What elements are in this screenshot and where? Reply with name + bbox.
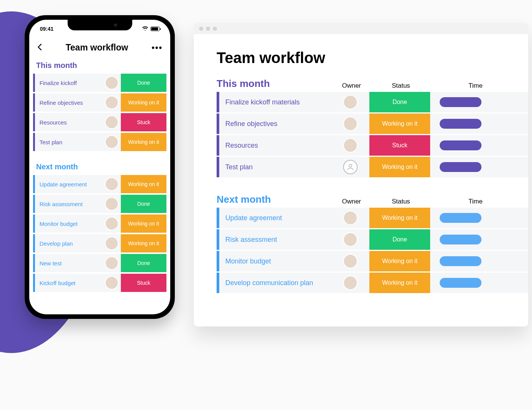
status-cell[interactable]: Stuck [121,113,166,131]
owner-avatar[interactable] [105,197,119,211]
column-header-status: Status [369,198,433,205]
phone-page-title: Team workflow [66,43,128,53]
task-name: Risk assessment [219,236,333,244]
timeline-bar[interactable] [440,97,481,107]
status-cell[interactable]: Working on it [121,93,166,112]
owner-avatar[interactable] [105,276,119,290]
owner-avatar[interactable] [343,232,358,247]
task-row[interactable]: New testDone [33,254,166,272]
timeline-bar[interactable] [440,119,481,129]
phone-mockup: 09:41 Team workflow ••• This monthFinali… [25,15,175,319]
timeline-bar[interactable] [440,278,481,288]
task-row[interactable]: Refine objectivesWorking on it [33,93,166,112]
task-name: Refine objectives [219,120,333,128]
owner-avatar[interactable] [105,135,119,149]
traffic-light-icon[interactable] [199,27,203,31]
timeline-bar[interactable] [440,213,481,223]
owner-avatar[interactable] [343,211,358,225]
owner-avatar[interactable] [105,115,119,129]
task-row[interactable]: Update agreementWorking on it [33,175,166,193]
status-cell[interactable]: Done [121,254,166,272]
task-row[interactable]: Refine objectivesWorking on it [217,114,528,134]
timeline-bar[interactable] [440,162,481,172]
task-name: Update agreement [35,181,103,188]
task-row[interactable]: ResourcesStuck [217,135,528,156]
status-cell[interactable]: Working on it [121,214,166,233]
task-row[interactable]: Update agreementWorking on it [217,208,528,228]
task-name: Update agreement [219,214,333,222]
status-cell[interactable]: Working on it [369,273,430,293]
traffic-light-icon[interactable] [206,27,210,31]
desktop-page-title: Team workflow [217,49,528,66]
more-options-button[interactable]: ••• [152,43,163,53]
status-cell[interactable]: Working on it [369,157,430,177]
task-name: Test plan [35,139,103,145]
task-row[interactable]: ResourcesStuck [33,113,166,131]
task-row[interactable]: Develop planWorking on it [33,234,166,252]
owner-avatar[interactable] [105,76,119,90]
owner-avatar[interactable] [343,138,358,153]
column-header-timeline: Time [433,198,483,205]
group-title[interactable]: This month [217,78,334,90]
group-title[interactable]: This month [33,57,166,74]
owner-avatar[interactable] [105,256,119,270]
owner-avatar[interactable] [105,237,119,250]
column-header-owner: Owner [334,82,369,90]
task-row[interactable]: Develop communication planWorking on it [217,273,528,293]
status-cell[interactable]: Stuck [121,274,166,292]
task-row[interactable]: Finalize kickoff materialsDone [217,92,528,112]
owner-placeholder-icon[interactable] [343,160,358,174]
task-name: Refine objectives [35,99,103,106]
owner-avatar[interactable] [343,276,358,290]
task-row[interactable]: Risk assessmentDone [217,229,528,250]
owner-avatar[interactable] [105,177,119,191]
task-name: Finalize kickoff materials [219,98,333,106]
owner-avatar[interactable] [343,117,358,131]
desktop-window: Team workflow This monthOwnerStatusTimeF… [194,23,528,326]
status-cell[interactable]: Stuck [369,135,430,156]
task-name: New test [35,260,103,266]
window-titlebar [194,23,528,34]
status-cell[interactable]: Working on it [369,208,430,228]
status-cell[interactable]: Working on it [121,234,166,252]
owner-avatar[interactable] [343,95,358,109]
task-name: Develop communication plan [219,279,333,287]
task-name: Monitor budget [219,257,333,265]
traffic-light-icon[interactable] [213,27,217,31]
task-name: Risk assessment [35,201,103,207]
status-cell[interactable]: Working on it [369,251,430,271]
timeline-bar[interactable] [440,256,481,266]
group-title[interactable]: Next month [217,194,334,205]
task-name: Resources [35,119,103,126]
status-cell[interactable]: Working on it [121,175,166,193]
timeline-bar[interactable] [440,140,481,150]
task-row[interactable]: Monitor budgetWorking on it [217,251,528,271]
task-name: Develop plan [35,240,103,247]
status-cell[interactable]: Done [369,92,430,112]
task-row[interactable]: Test planWorking on it [217,157,528,177]
owner-avatar[interactable] [105,96,119,109]
status-cell[interactable]: Done [369,229,430,250]
back-button[interactable] [37,43,42,53]
task-row[interactable]: Risk assessmentDone [33,195,166,213]
status-cell[interactable]: Working on it [369,114,430,134]
phone-notch [68,20,132,30]
task-name: Kickoff budget [35,280,103,286]
wifi-icon [142,26,148,32]
battery-icon [150,27,160,31]
owner-avatar[interactable] [105,217,119,230]
column-header-owner: Owner [334,198,369,205]
group-title[interactable]: Next month [33,159,166,175]
status-cell[interactable]: Working on it [121,133,166,151]
task-row[interactable]: Monitor budgetWorking on it [33,214,166,233]
status-cell[interactable]: Done [121,74,166,92]
task-row[interactable]: Kickoff budgetStuck [33,274,166,292]
task-name: Monitor budget [35,221,103,227]
task-name: Test plan [219,163,333,171]
owner-avatar[interactable] [343,254,358,268]
timeline-bar[interactable] [440,235,481,244]
task-row[interactable]: Finalize kickoffDone [33,74,166,92]
status-cell[interactable]: Done [121,195,166,213]
column-header-status: Status [369,82,433,90]
task-row[interactable]: Test planWorking on it [33,133,166,151]
